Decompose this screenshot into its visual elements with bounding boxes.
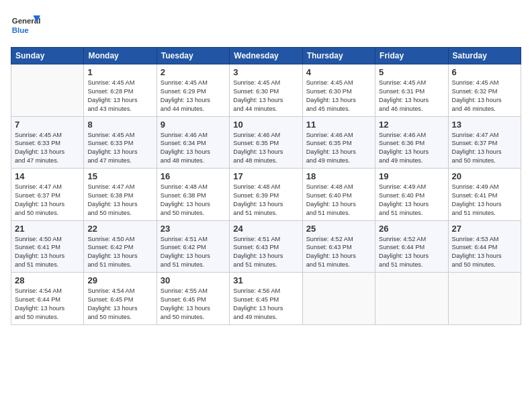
- calendar-week-row: 14Sunrise: 4:47 AMSunset: 6:37 PMDayligh…: [11, 169, 521, 221]
- day-number: 17: [233, 171, 298, 181]
- weekday-header-tuesday: Tuesday: [157, 48, 229, 64]
- day-number: 3: [233, 67, 298, 77]
- day-info: Sunrise: 4:48 AMSunset: 6:38 PMDaylight:…: [161, 183, 226, 218]
- day-number: 5: [379, 67, 444, 77]
- page-header: General Blue: [11, 11, 521, 40]
- calendar-day-cell: 13Sunrise: 4:47 AMSunset: 6:37 PMDayligh…: [448, 116, 521, 169]
- weekday-header-wednesday: Wednesday: [230, 48, 302, 64]
- day-info: Sunrise: 4:45 AMSunset: 6:28 PMDaylight:…: [87, 79, 152, 113]
- calendar-day-cell: 16Sunrise: 4:48 AMSunset: 6:38 PMDayligh…: [157, 169, 229, 221]
- day-info: Sunrise: 4:46 AMSunset: 6:35 PMDaylight:…: [233, 131, 298, 166]
- calendar-day-cell: 10Sunrise: 4:46 AMSunset: 6:35 PMDayligh…: [230, 116, 302, 169]
- day-info: Sunrise: 4:49 AMSunset: 6:41 PMDaylight:…: [452, 183, 517, 218]
- day-number: 27: [452, 224, 517, 234]
- calendar-day-cell: 20Sunrise: 4:49 AMSunset: 6:41 PMDayligh…: [448, 169, 521, 221]
- day-number: 24: [233, 224, 298, 234]
- weekday-header-sunday: Sunday: [11, 48, 84, 64]
- day-number: 16: [161, 171, 226, 181]
- day-info: Sunrise: 4:54 AMSunset: 6:44 PMDaylight:…: [15, 287, 80, 322]
- day-number: 18: [306, 171, 371, 181]
- day-number: 7: [15, 120, 80, 130]
- calendar-day-cell: 22Sunrise: 4:50 AMSunset: 6:42 PMDayligh…: [84, 220, 157, 273]
- day-info: Sunrise: 4:45 AMSunset: 6:29 PMDaylight:…: [161, 79, 226, 113]
- calendar-day-cell: 29Sunrise: 4:54 AMSunset: 6:45 PMDayligh…: [84, 273, 157, 325]
- day-number: 8: [87, 120, 152, 130]
- day-number: 14: [15, 171, 80, 181]
- day-number: 23: [161, 224, 226, 234]
- day-number: 12: [379, 120, 444, 130]
- calendar-day-cell: 26Sunrise: 4:52 AMSunset: 6:44 PMDayligh…: [375, 220, 448, 273]
- day-info: Sunrise: 4:45 AMSunset: 6:30 PMDaylight:…: [233, 79, 298, 113]
- weekday-header-friday: Friday: [375, 48, 448, 64]
- day-info: Sunrise: 4:47 AMSunset: 6:38 PMDaylight:…: [87, 183, 152, 218]
- weekday-header-saturday: Saturday: [448, 48, 521, 64]
- day-number: 20: [452, 171, 517, 181]
- day-number: 10: [233, 120, 298, 130]
- calendar-day-cell: 11Sunrise: 4:46 AMSunset: 6:35 PMDayligh…: [302, 116, 375, 169]
- calendar-day-cell: 17Sunrise: 4:48 AMSunset: 6:39 PMDayligh…: [230, 169, 302, 221]
- calendar-day-cell: 9Sunrise: 4:46 AMSunset: 6:34 PMDaylight…: [157, 116, 229, 169]
- day-number: 19: [379, 171, 444, 181]
- day-number: 11: [306, 120, 371, 130]
- day-info: Sunrise: 4:46 AMSunset: 6:36 PMDaylight:…: [379, 131, 444, 166]
- logo: General Blue: [11, 11, 43, 40]
- day-number: 13: [452, 120, 517, 130]
- calendar-day-cell: 15Sunrise: 4:47 AMSunset: 6:38 PMDayligh…: [84, 169, 157, 221]
- calendar-day-cell: 24Sunrise: 4:51 AMSunset: 6:43 PMDayligh…: [230, 220, 302, 273]
- svg-text:Blue: Blue: [12, 26, 29, 34]
- calendar-day-cell: 19Sunrise: 4:49 AMSunset: 6:40 PMDayligh…: [375, 169, 448, 221]
- day-number: 15: [87, 171, 152, 181]
- calendar-day-cell: 12Sunrise: 4:46 AMSunset: 6:36 PMDayligh…: [375, 116, 448, 169]
- day-number: 29: [87, 275, 152, 285]
- calendar-day-cell: 7Sunrise: 4:45 AMSunset: 6:33 PMDaylight…: [11, 116, 84, 169]
- day-number: 22: [87, 224, 152, 234]
- day-info: Sunrise: 4:53 AMSunset: 6:44 PMDaylight:…: [452, 235, 517, 270]
- calendar-day-cell: 25Sunrise: 4:52 AMSunset: 6:43 PMDayligh…: [302, 220, 375, 273]
- day-number: 31: [233, 275, 298, 285]
- calendar-day-cell: [11, 64, 84, 117]
- day-number: 30: [161, 275, 226, 285]
- day-number: 2: [161, 67, 226, 77]
- day-info: Sunrise: 4:45 AMSunset: 6:33 PMDaylight:…: [87, 131, 152, 166]
- calendar-week-row: 28Sunrise: 4:54 AMSunset: 6:44 PMDayligh…: [11, 273, 521, 325]
- day-number: 6: [452, 67, 517, 77]
- calendar-day-cell: 6Sunrise: 4:45 AMSunset: 6:32 PMDaylight…: [448, 64, 521, 117]
- calendar-week-row: 21Sunrise: 4:50 AMSunset: 6:41 PMDayligh…: [11, 220, 521, 273]
- day-info: Sunrise: 4:52 AMSunset: 6:44 PMDaylight:…: [379, 235, 444, 270]
- day-info: Sunrise: 4:55 AMSunset: 6:45 PMDaylight:…: [161, 287, 226, 322]
- calendar-day-cell: 8Sunrise: 4:45 AMSunset: 6:33 PMDaylight…: [84, 116, 157, 169]
- day-info: Sunrise: 4:50 AMSunset: 6:42 PMDaylight:…: [87, 235, 152, 270]
- calendar-day-cell: 28Sunrise: 4:54 AMSunset: 6:44 PMDayligh…: [11, 273, 84, 325]
- day-info: Sunrise: 4:51 AMSunset: 6:43 PMDaylight:…: [233, 235, 298, 270]
- day-info: Sunrise: 4:48 AMSunset: 6:40 PMDaylight:…: [306, 183, 371, 218]
- weekday-header-monday: Monday: [84, 48, 157, 64]
- calendar-day-cell: 3Sunrise: 4:45 AMSunset: 6:30 PMDaylight…: [230, 64, 302, 117]
- day-number: 1: [87, 67, 152, 77]
- day-info: Sunrise: 4:50 AMSunset: 6:41 PMDaylight:…: [15, 235, 80, 270]
- calendar-day-cell: 23Sunrise: 4:51 AMSunset: 6:42 PMDayligh…: [157, 220, 229, 273]
- calendar-week-row: 7Sunrise: 4:45 AMSunset: 6:33 PMDaylight…: [11, 116, 521, 169]
- day-info: Sunrise: 4:56 AMSunset: 6:45 PMDaylight:…: [233, 287, 298, 322]
- day-info: Sunrise: 4:48 AMSunset: 6:39 PMDaylight:…: [233, 183, 298, 218]
- calendar-table: SundayMondayTuesdayWednesdayThursdayFrid…: [11, 47, 521, 325]
- day-info: Sunrise: 4:51 AMSunset: 6:42 PMDaylight:…: [161, 235, 226, 270]
- calendar-day-cell: [302, 273, 375, 325]
- day-number: 4: [306, 67, 371, 77]
- calendar-day-cell: 31Sunrise: 4:56 AMSunset: 6:45 PMDayligh…: [230, 273, 302, 325]
- day-info: Sunrise: 4:47 AMSunset: 6:37 PMDaylight:…: [15, 183, 80, 218]
- calendar-week-row: 1Sunrise: 4:45 AMSunset: 6:28 PMDaylight…: [11, 64, 521, 117]
- day-info: Sunrise: 4:52 AMSunset: 6:43 PMDaylight:…: [306, 235, 371, 270]
- day-info: Sunrise: 4:49 AMSunset: 6:40 PMDaylight:…: [379, 183, 444, 218]
- calendar-day-cell: 4Sunrise: 4:45 AMSunset: 6:30 PMDaylight…: [302, 64, 375, 117]
- calendar-day-cell: 14Sunrise: 4:47 AMSunset: 6:37 PMDayligh…: [11, 169, 84, 221]
- day-info: Sunrise: 4:47 AMSunset: 6:37 PMDaylight:…: [452, 131, 517, 166]
- calendar-day-cell: 21Sunrise: 4:50 AMSunset: 6:41 PMDayligh…: [11, 220, 84, 273]
- day-number: 9: [161, 120, 226, 130]
- calendar-day-cell: 5Sunrise: 4:45 AMSunset: 6:31 PMDaylight…: [375, 64, 448, 117]
- day-info: Sunrise: 4:46 AMSunset: 6:34 PMDaylight:…: [161, 131, 226, 166]
- day-number: 26: [379, 224, 444, 234]
- weekday-header-thursday: Thursday: [302, 48, 375, 64]
- calendar-day-cell: [375, 273, 448, 325]
- day-number: 25: [306, 224, 371, 234]
- day-info: Sunrise: 4:45 AMSunset: 6:33 PMDaylight:…: [15, 131, 80, 166]
